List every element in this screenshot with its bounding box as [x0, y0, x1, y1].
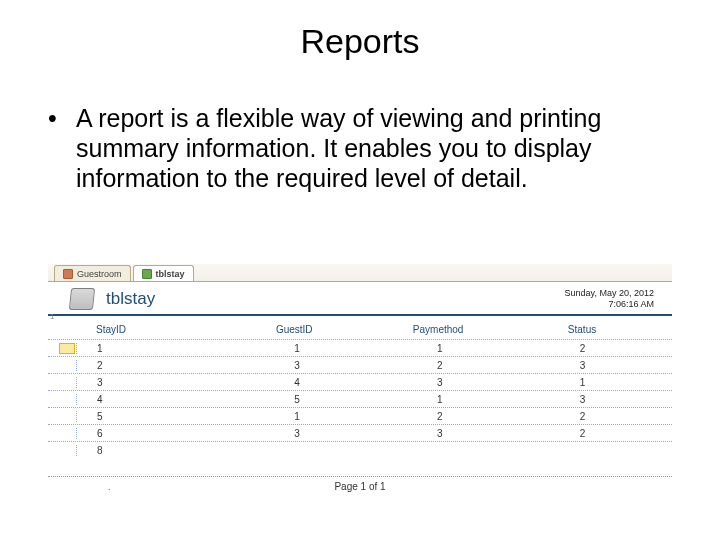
table-row[interactable]: 5 1 2 2 — [48, 408, 672, 424]
report-date: Sunday, May 20, 2012 — [565, 288, 654, 299]
tab-guestroom[interactable]: Guestroom — [54, 265, 131, 281]
report-icon — [142, 269, 152, 279]
report-logo-icon — [69, 288, 95, 310]
table-row[interactable]: 6 3 3 2 — [48, 425, 672, 441]
table-row[interactable]: 4 5 1 3 — [48, 391, 672, 407]
table-row[interactable]: 3 4 3 1 — [48, 374, 672, 390]
bullet-item: A report is a flexible way of viewing an… — [48, 103, 680, 193]
table-row[interactable]: 1 1 1 2 — [48, 340, 672, 356]
ruler-tick: 1 — [50, 312, 54, 321]
report-time: 7:06:16 AM — [565, 299, 654, 310]
col-stayid: StayID — [76, 324, 222, 339]
column-headers: StayID GuestID Paymethod Status — [48, 316, 672, 339]
tab-bar: Guestroom tblstay — [48, 264, 672, 282]
report-title: tblstay — [106, 289, 155, 309]
slide-title: Reports — [40, 22, 680, 61]
page-indicator: Page 1 of 1 — [334, 481, 385, 492]
table-row[interactable]: 8 — [48, 442, 672, 458]
tab-label: Guestroom — [77, 269, 122, 279]
bullet-list: A report is a flexible way of viewing an… — [40, 103, 680, 193]
report-header: tblstay Sunday, May 20, 2012 7:06:16 AM — [48, 282, 672, 316]
report-footer: Page 1 of 1 — [48, 476, 672, 496]
table-row[interactable]: 2 3 2 3 — [48, 357, 672, 373]
col-guestid: GuestID — [222, 324, 366, 339]
col-status: Status — [510, 324, 654, 339]
embedded-screenshot: Guestroom tblstay tblstay Sunday, May 20… — [48, 264, 672, 496]
col-paymethod: Paymethod — [366, 324, 510, 339]
tab-tblstay[interactable]: tblstay — [133, 265, 194, 281]
tab-label: tblstay — [156, 269, 185, 279]
footer-dot: . — [108, 482, 111, 492]
form-icon — [63, 269, 73, 279]
